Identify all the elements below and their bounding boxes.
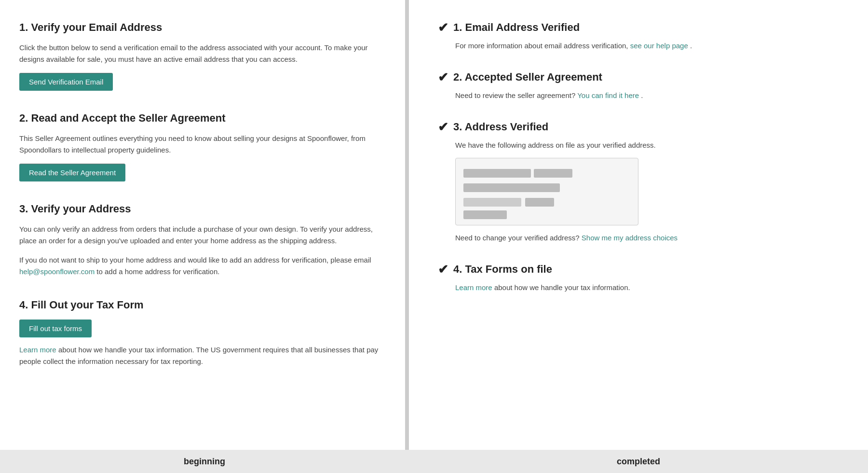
section-tax-form: 4. Fill Out your Tax Form Fill out tax f… bbox=[19, 297, 381, 367]
completed-seller-desc: Need to review the seller agreement? You… bbox=[438, 90, 844, 101]
help-email-link[interactable]: help@spoonflower.com bbox=[19, 267, 95, 276]
blur-block-6 bbox=[463, 210, 507, 219]
step2-desc: This Seller Agreement outlines everythin… bbox=[19, 133, 381, 156]
completed-tax-title-row: ✔ 4. Tax Forms on file bbox=[438, 261, 844, 277]
completed-email-after: . bbox=[690, 42, 692, 50]
section-verify-email: 1. Verify your Email Address Click the b… bbox=[19, 19, 381, 91]
send-verification-email-button[interactable]: Send Verification Email bbox=[19, 73, 113, 91]
completed-tax-title: 4. Tax Forms on file bbox=[453, 261, 552, 277]
blur-block-4 bbox=[463, 198, 521, 207]
blur-block-3 bbox=[463, 183, 560, 192]
completed-seller-title: 2. Accepted Seller Agreement bbox=[453, 69, 602, 85]
right-panel: ✔ 1. Email Address Verified For more inf… bbox=[409, 0, 868, 473]
completed-label: completed bbox=[617, 455, 660, 468]
checkmark-tax: ✔ bbox=[438, 263, 448, 276]
completed-seller-desc-text: Need to review the seller agreement? bbox=[455, 91, 575, 99]
step3-desc: You can only verify an address from orde… bbox=[19, 223, 381, 247]
checkmark-email: ✔ bbox=[438, 21, 448, 34]
blur-block-2 bbox=[534, 169, 572, 178]
step4-desc: Learn more about how we handle your tax … bbox=[19, 344, 381, 367]
tax-learn-text: about how we handle your tax information… bbox=[19, 346, 378, 365]
bottom-bar: beginning completed bbox=[0, 450, 868, 473]
read-seller-agreement-button[interactable]: Read the Seller Agreement bbox=[19, 164, 125, 181]
bottom-bar-completed: completed bbox=[409, 450, 868, 473]
completed-tax: ✔ 4. Tax Forms on file Learn more about … bbox=[438, 261, 844, 293]
completed-seller-after: . bbox=[641, 91, 643, 99]
completed-seller: ✔ 2. Accepted Seller Agreement Need to r… bbox=[438, 69, 844, 101]
completed-address-desc: We have the following address on file as… bbox=[438, 139, 844, 151]
address-blurred-box bbox=[455, 158, 638, 225]
completed-tax-desc: Learn more about how we handle your tax … bbox=[438, 282, 844, 293]
section-seller-agreement: 2. Read and Accept the Seller Agreement … bbox=[19, 110, 381, 181]
checkmark-seller: ✔ bbox=[438, 71, 448, 83]
completed-email-title-row: ✔ 1. Email Address Verified bbox=[438, 19, 844, 35]
help-page-link[interactable]: see our help page bbox=[630, 42, 688, 50]
tax-learn-more-link[interactable]: Learn more bbox=[19, 346, 56, 354]
step3-extra-after: to add a home address for verification. bbox=[96, 267, 219, 276]
section-verify-address: 3. Verify your Address You can only veri… bbox=[19, 201, 381, 278]
show-address-choices-link[interactable]: Show me my address choices bbox=[582, 234, 678, 242]
panel-divider bbox=[405, 0, 409, 473]
completed-address-change: Need to change your verified address? Sh… bbox=[438, 232, 844, 244]
find-seller-agreement-link[interactable]: You can find it here bbox=[577, 91, 639, 99]
step3-title: 3. Verify your Address bbox=[19, 201, 381, 217]
change-address-text: Need to change your verified address? bbox=[455, 234, 580, 242]
completed-address: ✔ 3. Address Verified We have the follow… bbox=[438, 119, 844, 244]
fill-out-tax-forms-button[interactable]: Fill out tax forms bbox=[19, 320, 92, 337]
completed-email: ✔ 1. Email Address Verified For more inf… bbox=[438, 19, 844, 52]
bottom-bar-beginning: beginning bbox=[0, 450, 409, 473]
step1-title: 1. Verify your Email Address bbox=[19, 19, 381, 35]
completed-seller-title-row: ✔ 2. Accepted Seller Agreement bbox=[438, 69, 844, 85]
page-container: 1. Verify your Email Address Click the b… bbox=[0, 0, 868, 473]
completed-email-title: 1. Email Address Verified bbox=[453, 19, 580, 35]
blur-block-5 bbox=[525, 198, 554, 207]
checkmark-address: ✔ bbox=[438, 121, 448, 133]
completed-address-title: 3. Address Verified bbox=[453, 119, 548, 135]
tax-learn-right-text: about how we handle your tax information… bbox=[494, 283, 630, 292]
step3-extra-text: If you do not want to ship to your home … bbox=[19, 256, 371, 264]
blur-block-1 bbox=[463, 169, 531, 178]
completed-email-desc-text: For more information about email address… bbox=[455, 42, 628, 50]
left-panel: 1. Verify your Email Address Click the b… bbox=[0, 0, 405, 473]
tax-learn-more-right-link[interactable]: Learn more bbox=[455, 283, 492, 292]
step4-title: 4. Fill Out your Tax Form bbox=[19, 297, 381, 313]
step3-extra: If you do not want to ship to your home … bbox=[19, 254, 381, 278]
step1-desc: Click the button below to send a verific… bbox=[19, 42, 381, 65]
step2-title: 2. Read and Accept the Seller Agreement bbox=[19, 110, 381, 126]
completed-email-desc: For more information about email address… bbox=[438, 40, 844, 52]
beginning-label: beginning bbox=[184, 455, 225, 468]
completed-address-title-row: ✔ 3. Address Verified bbox=[438, 119, 844, 135]
